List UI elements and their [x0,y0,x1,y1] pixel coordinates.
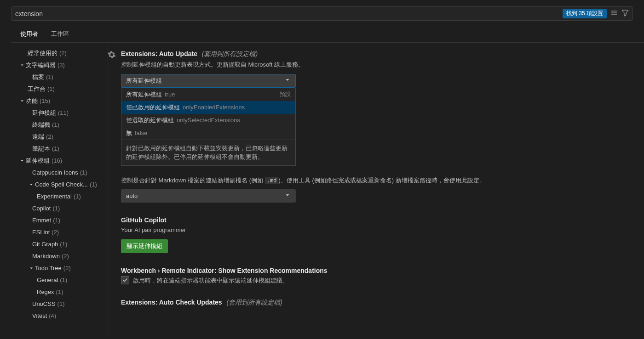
toc-item-count: (1) [52,144,59,154]
setting-description: Your AI pair programmer [121,226,631,235]
toc-item-count: (1) [90,180,97,190]
setting-remote-indicator-recommendations: Workbench › Remote Indicator: Show Exten… [121,267,631,285]
toc-item[interactable]: ESLint(2) [0,226,108,238]
settings-search-input[interactable] [15,10,563,17]
toc-item-label: UnoCSS [32,299,56,309]
chevron-down-icon [28,182,35,187]
setting-github-copilot: GitHub Copilot Your AI pair programmer 顯… [121,216,631,253]
setting-auto-check-updates: Extensions: Auto Check Updates (套用到所有設定檔… [121,299,631,307]
toc-item-label: Todo Tree [35,263,62,273]
toc-item-count: (1) [74,192,81,202]
toc-item-count: (4) [49,311,56,321]
toc-item-count: (1) [52,120,59,130]
auto-update-select[interactable]: 所有延伸模組 [121,74,296,88]
toc-item-label: 檔案 [32,72,44,82]
tab-user[interactable]: 使用者 [14,26,45,42]
dropdown-option-description: 針對已啟用的延伸模組自動下載並安裝更新，已忽略這些更新的延伸模組除外。已停用的延… [121,140,295,165]
toc-item[interactable]: Copilot(1) [0,203,108,215]
toc-item-count: (1) [56,287,63,297]
toc-item-count: (2) [59,48,67,58]
setting-title: GitHub Copilot [121,216,631,224]
toc-item-count: (3) [58,60,65,70]
dropdown-option[interactable]: 僅已啟用的延伸模組onlyEnabledExtensions [121,101,295,114]
setting-extensions-auto-update: Extensions: Auto Update (套用到所有設定檔) 控制延伸模… [121,50,631,88]
toc-item-label: Copilot [32,203,51,214]
toc-item[interactable]: UnoCSS(1) [0,298,108,310]
markdown-ext-select[interactable]: auto [121,189,296,203]
setting-scope-label: (套用到所有設定檔) [202,50,258,57]
auto-update-dropdown: 所有延伸模組true預設僅已啟用的延伸模組onlyEnabledExtensio… [121,88,296,166]
setting-markdown-extension: 控制是否針對 Markdown 檔案的連結新增副檔名 (例如 .md)。使用工具… [121,176,631,203]
search-results-count-badge: 找到 35 項設置 [563,9,607,18]
toc-item[interactable]: 工作台(1) [0,83,108,95]
toc-item[interactable]: 延伸模組(16) [0,155,108,167]
show-extension-button[interactable]: 顯示延伸模組 [121,239,168,253]
gear-icon[interactable] [108,51,115,60]
setting-description: 控制延伸模組的自動更新表現方式。更新擷取自 Microsoft 線上服務。 [121,60,631,69]
chevron-down-icon [18,158,26,164]
toc-item-label: Catppuccin Icons [32,168,78,178]
chevron-down-icon [18,98,26,104]
chevron-down-icon [284,77,291,85]
toc-item[interactable]: Git Graph(1) [0,238,108,250]
toc-item-label: 遠端 [32,132,44,142]
toc-item-label: 經常使用的 [28,48,58,58]
toc-item-label: Emmet [32,215,51,226]
toc-item[interactable]: General(1) [0,274,108,286]
toc-item-label: Regex [37,287,54,297]
settings-toc-sidebar: 經常使用的(2)文字編輯器(3)檔案(1)工作台(1)功能(15)延伸模組(11… [0,43,108,338]
toc-item[interactable]: Regex(1) [0,286,108,298]
setting-description: 啟用時，將在遠端指示器功能表中顯示遠端延伸模組建議。 [133,276,288,285]
toc-item-label: 功能 [26,96,38,106]
dropdown-option[interactable]: 僅選取的延伸模組onlySelectedExtensions [121,114,295,127]
settings-scope-tabs: 使用者 工作區 [11,26,644,43]
toc-item-label: Code Spell Check... [35,180,88,190]
toc-item-label: Vitest [32,311,47,321]
tab-workspace[interactable]: 工作區 [45,26,75,42]
toc-item-count: (2) [63,263,71,273]
setting-description: 控制是否針對 Markdown 檔案的連結新增副檔名 (例如 .md)。使用工具… [121,176,631,185]
chevron-down-icon [28,266,35,271]
toc-item[interactable]: Todo Tree(2) [0,262,108,274]
toc-item-count: (2) [46,132,53,142]
code-inline: .md [265,177,279,184]
filter-icon[interactable] [621,9,629,18]
remote-recommendations-checkbox[interactable] [121,276,129,284]
setting-title: Workbench › Remote Indicator: Show Exten… [121,267,631,274]
toc-item[interactable]: Vitest(4) [0,310,108,322]
toc-item[interactable]: Catppuccin Icons(1) [0,167,108,179]
toc-item[interactable]: 筆記本(1) [0,143,108,155]
chevron-down-icon [18,62,26,68]
dropdown-option[interactable]: 所有延伸模組true預設 [121,88,295,101]
toc-item[interactable]: 功能(15) [0,95,108,107]
toc-item[interactable]: 遠端(2) [0,131,108,143]
toc-item-label: 筆記本 [32,144,50,154]
toc-item[interactable]: Markdown(2) [0,250,108,262]
toc-item-label: 終端機 [32,120,50,130]
toc-item[interactable]: 文字編輯器(3) [0,59,108,71]
toc-item[interactable]: Code Spell Check...(1) [0,179,108,191]
chevron-down-icon [284,192,291,200]
toc-item-label: 文字編輯器 [26,60,56,70]
select-value: 所有延伸模組 [126,77,162,85]
toc-item-label: 延伸模組 [32,108,56,118]
toc-item-count: (15) [40,96,50,106]
toc-item-count: (11) [58,108,69,118]
toc-item-count: (1) [60,275,67,285]
toc-item-label: Markdown [32,251,60,261]
toc-item[interactable]: Experimental(1) [0,191,108,203]
toc-item-count: (16) [52,156,62,166]
toc-item-count: (1) [53,215,60,226]
toc-item-label: 工作台 [28,84,46,94]
toc-item[interactable]: 經常使用的(2) [0,47,108,59]
clear-search-icon[interactable] [610,9,618,18]
toc-item[interactable]: 延伸模組(11) [0,107,108,119]
toc-item-count: (2) [52,227,59,237]
toc-item-count: (2) [62,251,69,261]
toc-item[interactable]: 終端機(1) [0,119,108,131]
toc-item[interactable]: 檔案(1) [0,71,108,83]
dropdown-option[interactable]: 無false [121,127,295,140]
settings-search-bar: 找到 35 項設置 [11,6,633,21]
setting-scope-label: (套用到所有設定檔) [227,299,282,306]
toc-item[interactable]: Emmet(1) [0,215,108,226]
